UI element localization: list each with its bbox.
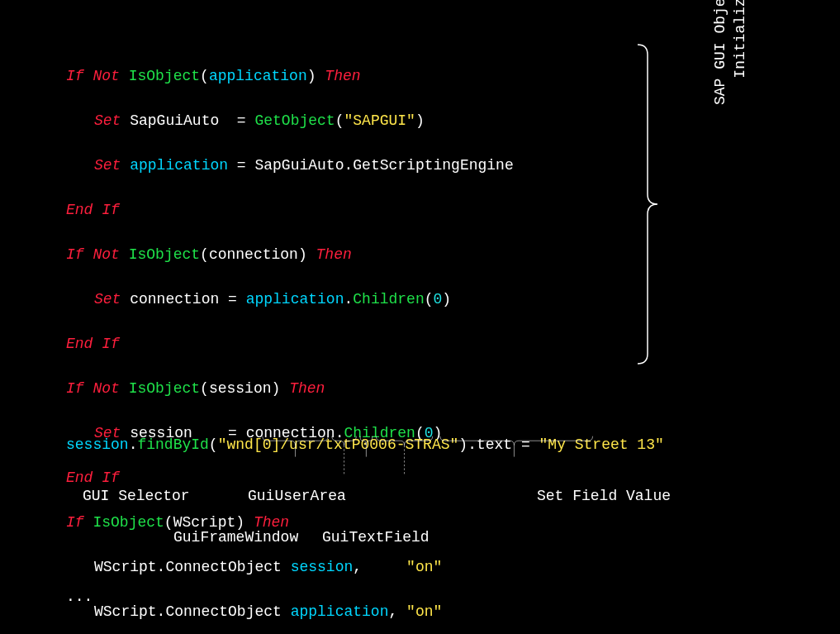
label-gui-selector: GUI Selector: [83, 488, 190, 504]
ellipsis-bottom: ...: [66, 589, 93, 605]
code-line-5: If Not IsObject(connection) Then: [66, 244, 514, 266]
var-wscript: WScript: [173, 514, 236, 531]
label-gui-frame-window: GuiFrameWindow: [173, 529, 298, 546]
kw-endif: End If: [66, 202, 120, 218]
label-gui-user-area: GuiUserArea: [248, 488, 346, 504]
code-line-12: WScript.ConnectObject session, "on": [66, 556, 514, 579]
var-connection: connection: [209, 246, 298, 263]
str-sapgui: "SAPGUI": [344, 112, 415, 129]
code-line-2: Set SapGuiAuto = GetObject("SAPGUI"): [66, 110, 514, 132]
side-label-line1: SAP GUI Object Model: [710, 0, 730, 111]
fn-getobject: GetObject: [254, 112, 335, 129]
var-session: session: [209, 380, 272, 397]
var-application: application: [130, 157, 228, 174]
fn-children: Children: [353, 291, 424, 307]
var-application: application: [209, 68, 307, 84]
label-set-field-value: Set Field Value: [537, 488, 671, 504]
code-line-13: WScript.ConnectObject application, "on": [66, 601, 514, 623]
code-line-4: End If: [66, 199, 514, 222]
code-line-7: End If: [66, 333, 514, 355]
kw-then: Then: [325, 68, 360, 84]
kw-set: Set: [94, 112, 121, 129]
kw-set: Set: [94, 157, 121, 174]
side-label: SAP GUI Object Model Initialization: [710, 0, 750, 111]
var-sapguiauto: SapGuiAuto: [130, 112, 228, 129]
annotation-brackets: [66, 433, 793, 483]
code-line-8: If Not IsObject(session) Then: [66, 378, 514, 400]
code-line-3: Set application = SapGuiAuto.GetScriptin…: [66, 155, 514, 177]
label-gui-text-field: GuiTextField: [322, 529, 429, 546]
fn-isobject: IsObject: [129, 68, 200, 84]
side-label-line2: Initialization: [730, 0, 750, 111]
code-line-6: Set connection = application.Children(0): [66, 288, 514, 311]
rhs-getscriptingengine: SapGuiAuto.GetScriptingEngine: [254, 157, 513, 174]
brace-right: [636, 43, 661, 365]
code-line-1: If Not IsObject(application) Then: [66, 65, 514, 88]
kw-if: If: [66, 68, 84, 84]
kw-not: Not: [93, 68, 119, 84]
